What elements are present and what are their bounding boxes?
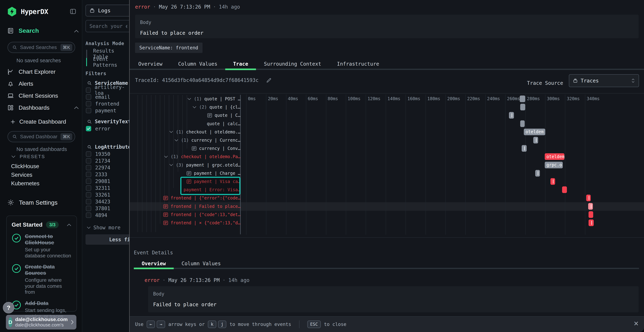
checkbox[interactable] <box>86 185 91 191</box>
collapse-sidebar-icon[interactable] <box>70 8 76 15</box>
filter-option-19350[interactable]: 19350 <box>86 151 110 157</box>
checkbox[interactable] <box>86 206 91 211</box>
filter-option-22974[interactable]: 22974 <box>86 164 110 171</box>
analysis-mode-event-patterns[interactable]: Event Patterns <box>86 58 129 66</box>
span-duration-bar[interactable]: oteldem <box>545 153 564 160</box>
sidebar-item-team-settings[interactable]: Team Settings <box>7 199 58 206</box>
span-row[interactable]: (1)currency | Currenc… <box>134 136 240 144</box>
span-duration-bar[interactable]: grpc.o <box>545 162 563 168</box>
filter-option-4894[interactable]: 4894 <box>86 212 107 218</box>
filter-option-33261[interactable]: 33261 <box>86 192 110 198</box>
event-search-input[interactable] <box>90 23 127 29</box>
span-duration-bar[interactable] <box>562 186 567 193</box>
filter-option-32311[interactable]: 32311 <box>86 185 110 191</box>
get-started-item[interactable]: Connect to ClickHouseSet up your databas… <box>12 233 72 259</box>
search-collapse-chevron-icon[interactable] <box>74 29 79 33</box>
chevron-down-icon[interactable] <box>187 98 192 100</box>
get-started-collapse-icon[interactable] <box>66 223 72 226</box>
presets-toggle[interactable]: PRESETS <box>11 154 45 160</box>
chevron-down-icon[interactable] <box>174 139 178 142</box>
preset-item-clickhouse[interactable]: ClickHouse <box>11 163 39 170</box>
checkbox[interactable] <box>86 158 91 164</box>
filter-option-artillery-loa[interactable]: artillery-loa <box>86 87 129 94</box>
span-duration-bar[interactable] <box>586 194 591 201</box>
create-dashboard-button[interactable]: Create Dashboard <box>10 118 66 125</box>
span-duration-bar[interactable] <box>535 170 540 176</box>
help-button[interactable]: ? <box>3 302 14 314</box>
brand[interactable]: HyperDX <box>7 7 48 16</box>
search-icon[interactable] <box>87 81 92 86</box>
span-row[interactable]: (1)quote | POST … <box>134 95 240 103</box>
saved-searches-input[interactable] <box>20 44 58 50</box>
chevron-down-icon[interactable] <box>192 106 196 108</box>
filter-option-2333[interactable]: 2333 <box>86 171 107 178</box>
tab-infrastructure[interactable]: Infrastructure <box>329 59 387 69</box>
filter-option-34423[interactable]: 34423 <box>86 198 110 205</box>
span-row[interactable]: frontend | {"code":13,"det… <box>134 210 240 219</box>
span-duration-bar[interactable] <box>550 178 555 185</box>
checkbox[interactable] <box>86 178 91 184</box>
filter-option-37801[interactable]: 37801 <box>86 205 110 212</box>
saved-searches-search[interactable]: ⌘K <box>8 42 75 53</box>
details-tab-overview[interactable]: Overview <box>134 260 174 268</box>
tab-column-values[interactable]: Column Values <box>170 59 225 69</box>
sidebar-item-chart-explorer[interactable]: Chart Explorer <box>7 68 56 75</box>
preset-item-kubernetes[interactable]: Kubernetes <box>11 180 40 187</box>
tab-trace[interactable]: Trace <box>225 59 256 69</box>
close-panel-icon[interactable]: × <box>634 319 639 327</box>
checkbox[interactable] <box>86 192 91 198</box>
span-duration-bar[interactable]: oteldem <box>524 128 545 135</box>
chevron-down-icon[interactable] <box>164 156 168 158</box>
checkbox[interactable] <box>86 165 91 170</box>
span-row[interactable]: (1)checkout | oteldemo.Pa… <box>134 152 240 161</box>
checkbox[interactable] <box>86 94 91 100</box>
sidebar-item-search[interactable]: Search <box>7 27 39 34</box>
tab-surrounding-context[interactable]: Surrounding Context <box>256 59 329 69</box>
details-tab-column-values[interactable]: Column Values <box>174 260 228 268</box>
checkbox[interactable] <box>86 151 91 157</box>
span-row[interactable]: payment | Charge … <box>134 169 240 178</box>
span-row[interactable]: (3)payment | grpc.oteld… <box>134 161 240 169</box>
tab-overview[interactable]: Overview <box>130 59 170 69</box>
span-row[interactable]: currency | Conv… <box>134 144 240 152</box>
search-icon[interactable] <box>87 119 92 124</box>
span-duration-bar[interactable] <box>509 112 514 118</box>
get-started-item[interactable]: Create Data SourcesConfigure where your … <box>12 264 72 295</box>
saved-dashboards-input[interactable] <box>20 134 58 140</box>
span-row[interactable]: frontend | × {"code":13,"d… <box>134 219 240 227</box>
span-row[interactable]: frontend | Failed to place… <box>134 202 240 210</box>
span-duration-bar[interactable] <box>522 145 527 152</box>
checkbox[interactable] <box>86 101 91 106</box>
span-duration-bar[interactable] <box>588 203 593 210</box>
user-menu[interactable]: D dale@clickhouse.com dale@clickhouse.co… <box>6 315 76 330</box>
checkbox[interactable] <box>86 126 91 131</box>
filter-option-29081[interactable]: 29081 <box>86 178 110 184</box>
sidebar-item-client-sessions[interactable]: Client Sessions <box>7 92 58 99</box>
span-duration-bar[interactable] <box>588 220 594 226</box>
edit-trace-id-icon[interactable] <box>266 78 272 83</box>
checkbox[interactable] <box>86 108 91 113</box>
show-more-button[interactable]: Show more <box>86 225 120 230</box>
span-row[interactable]: quote | C… <box>134 111 240 120</box>
checkbox[interactable] <box>86 172 91 177</box>
source-selector-button[interactable]: Logs <box>86 5 131 16</box>
sidebar-item-dashboards[interactable]: Dashboards <box>7 104 50 111</box>
chevron-down-icon[interactable] <box>169 130 173 133</box>
span-row[interactable]: quote | calc… <box>134 120 240 128</box>
trace-source-select[interactable]: Traces <box>569 74 639 87</box>
filter-option-email[interactable]: email <box>86 94 110 100</box>
service-tag[interactable]: ServiceName: frontend <box>135 42 202 53</box>
checkbox[interactable] <box>86 199 91 204</box>
filter-option-error[interactable]: error <box>86 126 110 132</box>
span-duration-bar[interactable] <box>588 211 593 218</box>
saved-dashboards-search[interactable]: ⌘K <box>8 131 75 142</box>
span-row[interactable]: frontend | {"error":{"code… <box>134 194 240 202</box>
chevron-down-icon[interactable] <box>169 164 173 166</box>
span-row[interactable]: (2)quote | {cl… <box>134 103 240 111</box>
search-icon[interactable] <box>87 144 92 150</box>
span-duration-bar[interactable] <box>520 120 525 127</box>
span-duration-bar[interactable] <box>520 104 525 110</box>
event-search-box[interactable] <box>86 20 131 32</box>
span-duration-bar[interactable] <box>533 137 538 144</box>
filter-option-21734[interactable]: 21734 <box>86 158 110 164</box>
